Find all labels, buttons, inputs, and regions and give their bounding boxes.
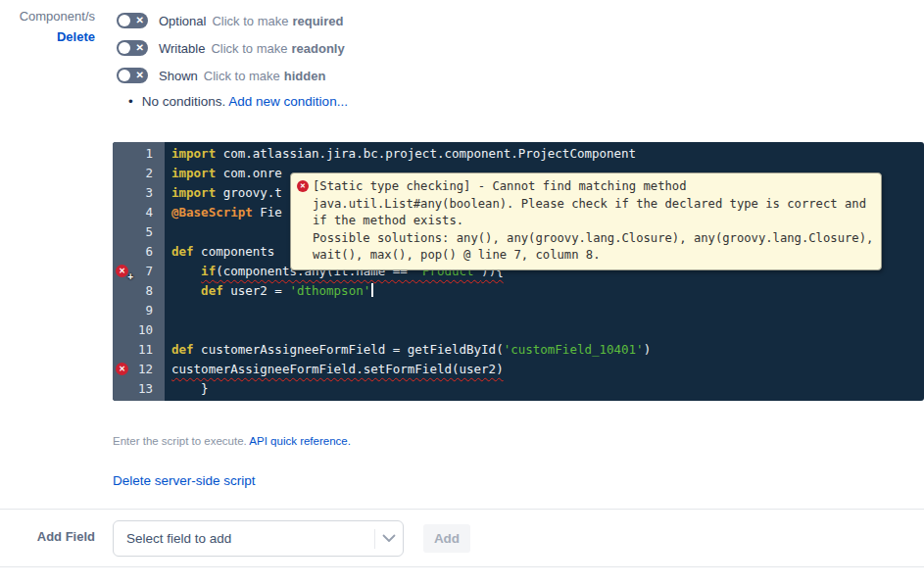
line-number: 11 bbox=[138, 342, 153, 357]
token-kw: import bbox=[171, 185, 216, 200]
gutter-line: 10 bbox=[113, 320, 165, 340]
toggle-group: ✕ Optional Click to make required ✕ Writ… bbox=[117, 7, 345, 89]
line-number: 8 bbox=[145, 283, 153, 298]
gutter-line: 8 bbox=[113, 281, 165, 301]
line-number: 10 bbox=[138, 322, 153, 337]
code-text: } bbox=[201, 381, 209, 396]
token-kw: def bbox=[201, 283, 223, 298]
line-number: 13 bbox=[138, 381, 153, 396]
behaviours-field-config-page: Component/s Delete ✕ Optional Click to m… bbox=[0, 0, 924, 586]
conditions-row: •No conditions. Add new condition... bbox=[128, 94, 348, 109]
code-editor[interactable]: 123456✕+7891011✕1213 import com.atlassia… bbox=[113, 142, 924, 401]
toggle-knob bbox=[119, 15, 130, 26]
gutter-line: 5 bbox=[113, 222, 165, 242]
token-str: 'dthompson' bbox=[289, 283, 370, 298]
token-str: 'customField_10401' bbox=[504, 342, 644, 357]
field-select-placeholder: Select field to add bbox=[126, 531, 231, 546]
optional-toggle[interactable]: ✕ bbox=[117, 13, 148, 28]
error-marker-icon[interactable]: ✕ bbox=[116, 363, 128, 375]
writable-toggle[interactable]: ✕ bbox=[117, 40, 148, 56]
toggle-row-shown: ✕ Shown Click to make hidden bbox=[117, 62, 345, 89]
section-divider-top bbox=[0, 509, 924, 510]
api-quick-reference-link[interactable]: API quick reference. bbox=[249, 435, 351, 447]
code-line[interactable]: customerAssigneeFormField.setFormField(u… bbox=[171, 360, 924, 379]
toggle-x-icon: ✕ bbox=[136, 13, 144, 28]
token-plain: user2 = bbox=[223, 283, 290, 298]
gutter-line: 3 bbox=[113, 183, 165, 203]
indent bbox=[171, 264, 201, 278]
gutter-line: ✕12 bbox=[113, 360, 165, 379]
text-cursor bbox=[371, 283, 373, 297]
chevron-down-icon[interactable] bbox=[375, 534, 403, 543]
toggle-x-icon: ✕ bbox=[136, 68, 144, 83]
error-marker-icon[interactable]: ✕+ bbox=[116, 265, 128, 277]
gutter-line: ✕+7 bbox=[113, 262, 165, 281]
delete-server-side-script-link[interactable]: Delete server-side script bbox=[113, 473, 256, 488]
gutter-line: 4 bbox=[113, 203, 165, 222]
token-plain: customerAssigneeFormField = getFieldById… bbox=[194, 342, 504, 357]
toggle-hint: Click to make bbox=[212, 14, 288, 28]
code-line[interactable] bbox=[171, 320, 924, 340]
token-kw: if bbox=[201, 264, 216, 278]
code-line[interactable]: } bbox=[171, 379, 924, 399]
script-hint: Enter the script to execute. API quick r… bbox=[113, 435, 351, 447]
line-number: 5 bbox=[145, 224, 153, 239]
toggle-target-state: hidden bbox=[284, 69, 326, 83]
field-select[interactable]: Select field to add bbox=[113, 520, 404, 557]
indent bbox=[171, 381, 201, 396]
toggle-target-state: readonly bbox=[291, 41, 344, 56]
token-plain: com.onre bbox=[216, 166, 282, 180]
gutter-line: 2 bbox=[113, 164, 165, 183]
toggle-hint: Click to make bbox=[211, 41, 287, 56]
token-plain: ) bbox=[644, 342, 652, 357]
conditions-text: No conditions. bbox=[142, 94, 226, 109]
shown-toggle[interactable]: ✕ bbox=[117, 68, 148, 83]
code-text: def customerAssigneeFormField = getField… bbox=[171, 342, 651, 357]
toggle-label: Optional bbox=[159, 14, 206, 28]
line-number: 3 bbox=[145, 185, 153, 200]
token-kw: def bbox=[171, 342, 194, 357]
section-divider-bottom bbox=[0, 566, 924, 567]
toggle-knob bbox=[119, 42, 130, 54]
script-hint-text: Enter the script to execute. bbox=[113, 435, 247, 447]
token-kw: import bbox=[171, 146, 216, 161]
toggle-x-icon: ✕ bbox=[136, 40, 144, 56]
code-line[interactable]: import com.atlassian.jira.bc.project.com… bbox=[171, 144, 924, 164]
line-number: 9 bbox=[145, 303, 153, 317]
toggle-target-state: required bbox=[292, 14, 343, 28]
error-icon: ✕ bbox=[297, 180, 309, 192]
field-label-column: Component/s Delete bbox=[0, 8, 95, 45]
gutter-line: 6 bbox=[113, 242, 165, 262]
token-plain: com.atlassian.jira.bc.project.component.… bbox=[216, 146, 636, 161]
code-line[interactable] bbox=[171, 301, 924, 320]
toggle-label: Writable bbox=[159, 41, 205, 56]
token-plain: groovy.t bbox=[216, 185, 282, 200]
line-number: 7 bbox=[145, 264, 153, 278]
code-line[interactable]: def user2 = 'dthompson' bbox=[171, 281, 924, 301]
field-name-label: Component/s bbox=[0, 8, 95, 24]
indent bbox=[171, 283, 201, 298]
code-text: @BaseScript Fie bbox=[171, 205, 282, 220]
toggle-hint: Click to make bbox=[204, 69, 280, 83]
code-text: def user2 = 'dthompson' bbox=[201, 283, 370, 298]
gutter-line: 11 bbox=[113, 340, 165, 360]
token-kw: import bbox=[171, 166, 216, 180]
tooltip-lines: [Static type checking] - Cannot find mat… bbox=[313, 178, 873, 265]
code-text: import com.atlassian.jira.bc.project.com… bbox=[171, 146, 636, 161]
toggle-row-optional: ✕ Optional Click to make required bbox=[117, 7, 345, 34]
code-text: import com.onre bbox=[171, 166, 282, 180]
tooltip-line: Possible solutions: any(), any(groovy.la… bbox=[313, 230, 873, 248]
delete-field-link[interactable]: Delete bbox=[57, 29, 95, 44]
add-condition-link[interactable]: Add new condition... bbox=[228, 94, 348, 109]
token-plain: customerAssigneeFormField.setFormField(u… bbox=[171, 362, 504, 376]
gutter-line: 13 bbox=[113, 379, 165, 399]
tooltip-line: if the method exists. bbox=[313, 213, 873, 230]
code-line[interactable]: def customerAssigneeFormField = getField… bbox=[171, 340, 924, 360]
line-number: 4 bbox=[145, 205, 153, 220]
error-tooltip: ✕ [Static type checking] - Cannot find m… bbox=[290, 172, 882, 270]
line-number: 6 bbox=[145, 244, 153, 259]
add-field-button[interactable]: Add bbox=[423, 524, 470, 553]
token-kw: def bbox=[171, 244, 194, 259]
line-number: 1 bbox=[145, 146, 153, 161]
tooltip-line: wait(), max(), pop() @ line 7, column 8. bbox=[313, 247, 873, 265]
